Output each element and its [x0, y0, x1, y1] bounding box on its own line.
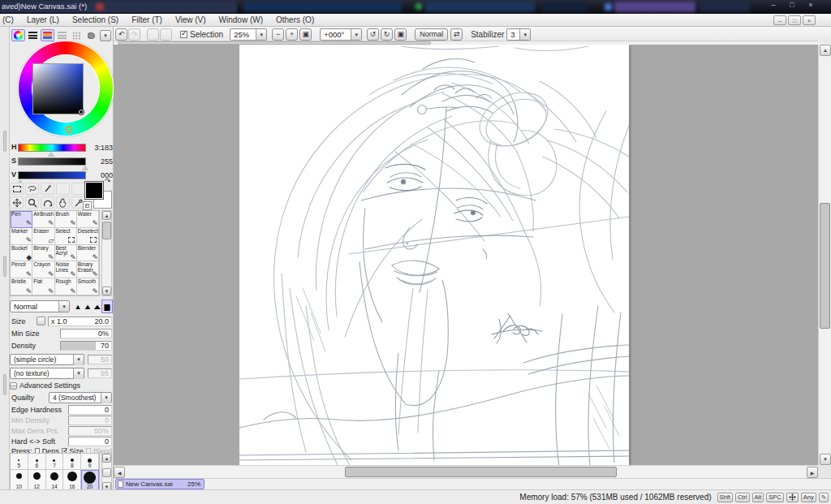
menu-layer[interactable]: Layer (L) — [20, 15, 66, 24]
hue-wheel-marker[interactable] — [65, 126, 72, 133]
tool-smooth[interactable]: Smooth✎ — [77, 278, 99, 295]
hue-slider[interactable] — [18, 144, 86, 152]
tool-binary-eraser[interactable]: Binary Eraser✎ — [77, 261, 99, 278]
tool-water[interactable]: Water✎ — [77, 211, 99, 228]
color-mixer-tab[interactable] — [55, 29, 69, 41]
angle-combo[interactable]: +000° ▾ — [320, 28, 362, 41]
shift-key-button[interactable]: Shft — [717, 493, 733, 502]
preset-6[interactable]: 6 — [28, 454, 46, 470]
scroll-up-icon[interactable]: ▲ — [820, 45, 831, 56]
tool-deselect[interactable]: Deselect — [77, 228, 99, 245]
saturation-value-square[interactable] — [32, 63, 84, 114]
tool-bristle[interactable]: Bristle✎ — [11, 278, 32, 295]
zoom-in-button[interactable]: + — [286, 28, 298, 41]
sv-picker-circle[interactable] — [78, 109, 84, 115]
preset-12[interactable]: 12 — [28, 470, 46, 491]
tool-noise-lines[interactable]: Noise Lines✎ — [55, 261, 77, 278]
horizontal-scrollbar[interactable]: ◀ ▶ — [114, 465, 818, 478]
undo-button[interactable]: ↶ — [115, 28, 127, 41]
tool-blender[interactable]: Blender✎ — [77, 245, 99, 262]
rgb-slider-tab[interactable] — [26, 29, 40, 41]
canvas[interactable] — [239, 45, 629, 465]
zoom-tool[interactable] — [25, 196, 39, 209]
zoom-dropdown-icon[interactable]: ▾ — [256, 29, 266, 40]
angle-dropdown-icon[interactable]: ▾ — [351, 29, 361, 40]
shape-dropdown-icon[interactable]: ▾ — [73, 355, 84, 365]
pan-mode-button[interactable] — [786, 493, 799, 502]
document-tab[interactable]: New Canvas.sai 25% — [115, 479, 205, 489]
child-restore-icon[interactable]: □ — [788, 15, 801, 25]
brush-grid-scrollbar[interactable]: ▲ ▼ — [101, 210, 112, 296]
preset-7[interactable]: 7 — [46, 454, 64, 470]
horizontal-scrollbar-thumb[interactable] — [345, 467, 617, 477]
hard-soft-field[interactable]: 0 — [68, 437, 112, 446]
deselect-button[interactable] — [147, 28, 159, 41]
rotate-ccw-button[interactable]: ↺ — [367, 28, 379, 41]
brush-shape-dome[interactable]: ▲ — [90, 300, 105, 312]
canvas-viewport[interactable] — [114, 45, 818, 465]
lasso-tool[interactable] — [25, 183, 39, 195]
flip-horizontal-button[interactable]: ⇄ — [450, 28, 463, 41]
rotate-cw-button[interactable]: ↻ — [381, 28, 393, 41]
rotate-reset-button[interactable]: ▣ — [394, 28, 407, 41]
tool-marker[interactable]: Marker✎ — [11, 228, 32, 245]
rotate-view-tool[interactable] — [41, 196, 54, 209]
density-slider[interactable]: 70 — [60, 341, 112, 351]
collapse-icon[interactable]: — — [10, 382, 17, 390]
alt-key-button[interactable]: Alt — [752, 493, 764, 502]
redo-button[interactable]: ↷ — [128, 28, 140, 41]
hsv-slider-tab[interactable] — [41, 29, 54, 41]
selection-checkbox[interactable] — [180, 31, 187, 38]
preset-16[interactable]: 16 — [63, 470, 81, 491]
child-close-icon[interactable]: × — [803, 15, 816, 25]
blend-mode-dropdown-icon[interactable]: ▾ — [58, 301, 69, 312]
vertical-scrollbar-thumb[interactable] — [820, 203, 830, 329]
texture-dropdown-icon[interactable]: ▾ — [73, 368, 84, 379]
tool-binary[interactable]: Binary✎ — [32, 245, 54, 262]
preset-8[interactable]: 8 — [63, 454, 81, 470]
panel-handle[interactable] — [3, 131, 6, 152]
saturation-slider[interactable] — [18, 157, 86, 166]
tool-airbrush[interactable]: AirBrush✎ — [32, 211, 54, 228]
preset-20[interactable]: 20 — [81, 470, 99, 491]
any-key-button[interactable]: Any — [801, 493, 816, 502]
transparent-color-button[interactable] — [83, 201, 92, 210]
swatches-tab[interactable] — [70, 29, 84, 41]
size-unit-button[interactable] — [37, 317, 45, 325]
marquee-select-tool[interactable] — [10, 183, 24, 195]
scroll-left-icon[interactable]: ◀ — [114, 467, 125, 478]
scratchpad-tab[interactable] — [84, 29, 98, 41]
pen-mode-button[interactable]: ✎ — [819, 493, 829, 502]
min-size-field[interactable]: 0% — [60, 329, 112, 338]
preset-9[interactable]: 9 — [81, 454, 99, 470]
preset-10[interactable]: 10 — [11, 470, 28, 491]
stabilizer-combo[interactable]: 3 ▾ — [506, 28, 531, 41]
tool-brush[interactable]: Brush✎ — [55, 211, 77, 228]
close-icon[interactable]: × — [805, 1, 816, 9]
preset-5[interactable]: 5 — [11, 454, 28, 470]
tool-eraser[interactable]: Eraser▱ — [32, 228, 54, 245]
menu-window[interactable]: Window (W) — [213, 15, 269, 24]
minimize-icon[interactable]: – — [768, 1, 779, 9]
advanced-settings-header[interactable]: — Advanced Settings — [10, 381, 112, 390]
zoom-out-button[interactable]: − — [272, 28, 284, 41]
panel-handle[interactable] — [3, 374, 6, 395]
scroll-right-icon[interactable]: ▶ — [807, 467, 818, 478]
hand-tool[interactable] — [56, 196, 70, 209]
edge-hardness-field[interactable]: 0 — [68, 405, 112, 415]
titlebar[interactable]: aved)New Canvas.sai (*) – □ × — [0, 0, 831, 14]
preset-14[interactable]: 14 — [46, 470, 64, 491]
size-field[interactable]: x 1.0 20.0 — [48, 317, 112, 326]
menu-canvas[interactable]: (C) — [0, 15, 20, 24]
foreground-color-swatch[interactable] — [84, 181, 104, 200]
invert-selection-button[interactable] — [160, 28, 172, 41]
child-minimize-icon[interactable]: – — [773, 15, 786, 25]
brush-shape-combo[interactable]: (simple circle) ▾ — [10, 354, 84, 365]
tool-rough[interactable]: Rough✎ — [55, 278, 77, 295]
menu-selection[interactable]: Selection (S) — [66, 15, 125, 24]
stabilizer-dropdown-icon[interactable]: ▾ — [519, 29, 530, 40]
brush-grid-thumb[interactable] — [102, 222, 111, 239]
space-key-button[interactable]: SPC — [766, 493, 783, 502]
texture-combo[interactable]: (no texture) ▾ — [10, 368, 84, 379]
preset-scroll-handle[interactable] — [102, 468, 111, 477]
